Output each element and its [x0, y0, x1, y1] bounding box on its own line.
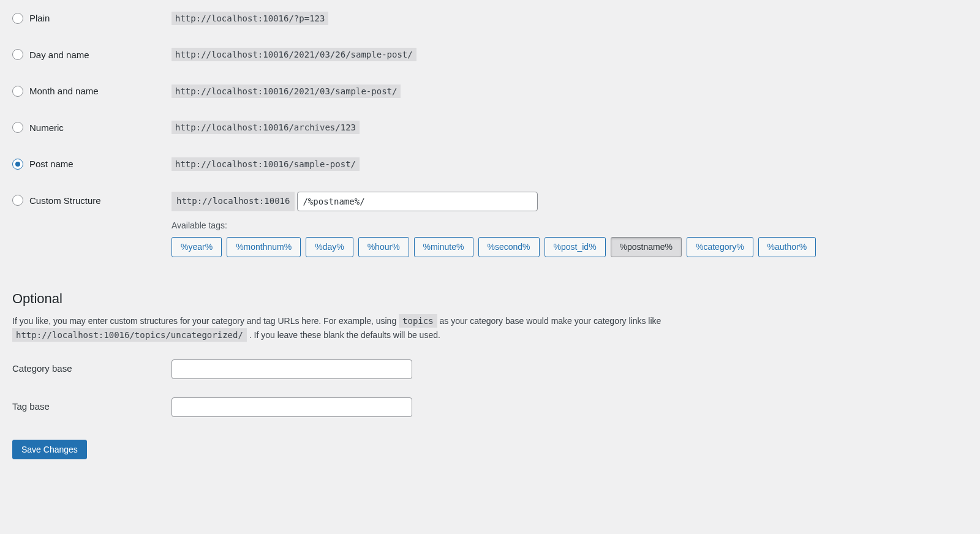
tag-second[interactable]: %second% [478, 237, 540, 258]
radio-label-monthname: Month and name [29, 85, 99, 97]
tag-postname[interactable]: %postname% [611, 237, 682, 258]
desc-code-example-url: http://localhost:10016/topics/uncategori… [12, 328, 247, 342]
tag-minute[interactable]: %minute% [414, 237, 473, 258]
radio-label-postname: Post name [29, 158, 74, 170]
save-changes-button[interactable]: Save Changes [12, 440, 87, 459]
custom-structure-prefix: http://localhost:10016 [172, 192, 295, 211]
optional-description: If you like, you may enter custom struct… [12, 314, 870, 342]
tag-year[interactable]: %year% [172, 237, 222, 258]
permalink-option-custom[interactable]: Custom Structure [12, 195, 159, 207]
example-postname: http://localhost:10016/sample-post/ [172, 157, 360, 171]
example-dayname: http://localhost:10016/2021/03/26/sample… [172, 48, 417, 61]
radio-dayname[interactable] [12, 49, 23, 60]
category-base-input[interactable] [172, 359, 412, 379]
permalink-option-dayname[interactable]: Day and name [12, 49, 159, 61]
permalink-option-numeric[interactable]: Numeric [12, 122, 159, 134]
radio-label-dayname: Day and name [29, 49, 89, 61]
example-plain: http://localhost:10016/?p=123 [172, 12, 328, 25]
tag-day[interactable]: %day% [306, 237, 353, 258]
radio-numeric[interactable] [12, 122, 23, 133]
category-base-label: Category base [12, 350, 165, 388]
tag-author[interactable]: %author% [758, 237, 816, 258]
permalink-option-plain[interactable]: Plain [12, 12, 159, 24]
tag-base-input[interactable] [172, 397, 412, 417]
tag-post-id[interactable]: %post_id% [545, 237, 606, 258]
radio-custom[interactable] [12, 195, 23, 206]
available-tags-label: Available tags: [172, 220, 962, 231]
radio-label-custom: Custom Structure [29, 195, 101, 207]
custom-structure-input[interactable] [297, 192, 538, 211]
tag-monthnum[interactable]: %monthnum% [227, 237, 301, 258]
radio-monthname[interactable] [12, 86, 23, 97]
radio-postname[interactable] [12, 159, 23, 170]
tag-category[interactable]: %category% [687, 237, 753, 258]
tag-base-label: Tag base [12, 388, 165, 426]
available-tags-row: %year% %monthnum% %day% %hour% %minute% … [172, 237, 962, 258]
radio-label-plain: Plain [29, 12, 50, 24]
permalink-option-postname[interactable]: Post name [12, 158, 159, 170]
radio-label-numeric: Numeric [29, 122, 64, 134]
example-numeric: http://localhost:10016/archives/123 [172, 121, 360, 134]
desc-code-topics: topics [399, 314, 437, 328]
permalink-option-monthname[interactable]: Month and name [12, 85, 159, 97]
optional-heading: Optional [12, 291, 968, 307]
radio-plain[interactable] [12, 13, 23, 24]
example-monthname: http://localhost:10016/2021/03/sample-po… [172, 85, 401, 98]
tag-hour[interactable]: %hour% [358, 237, 409, 258]
